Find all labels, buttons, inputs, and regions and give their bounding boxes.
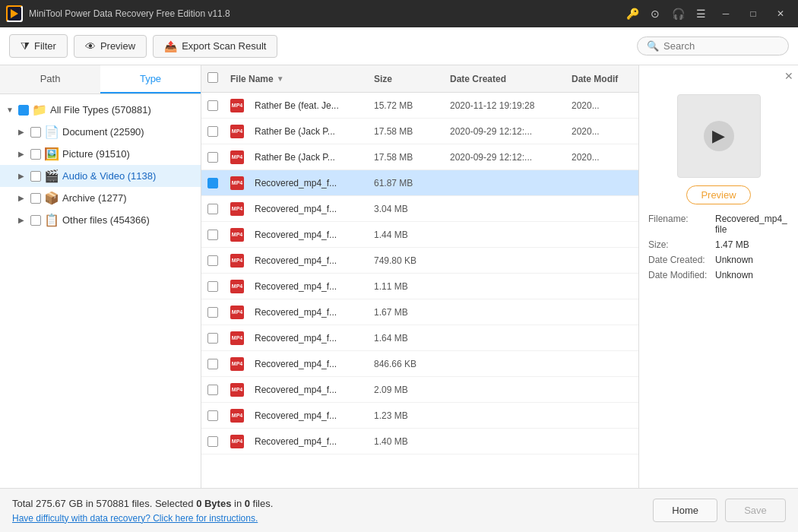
- expand-arrow-all: ▼: [6, 106, 15, 114]
- row-checkbox[interactable]: [207, 178, 218, 188]
- checkbox-all[interactable]: [18, 105, 29, 116]
- circle-icon[interactable]: ⊙: [646, 5, 664, 23]
- mp4-icon: MP4: [230, 357, 244, 371]
- file-name: Recovered_mp4_f...: [255, 281, 337, 292]
- table-row[interactable]: MP4 Rather Be (Jack P... 17.58 MB 2020-0…: [201, 119, 638, 144]
- headphone-icon[interactable]: 🎧: [669, 5, 687, 23]
- mp4-icon: MP4: [230, 306, 244, 319]
- date-modified-value: Unknown: [715, 270, 753, 280]
- file-name: Recovered_mp4_f...: [255, 230, 337, 240]
- row-checkbox[interactable]: [207, 100, 218, 111]
- select-all-checkbox[interactable]: [207, 72, 218, 83]
- main-content: Path Type ▼ 📁 All File Types (570881) ▶ …: [0, 65, 798, 488]
- table-row[interactable]: MP4 Recovered_mp4_f... 2.09 MB: [201, 377, 638, 403]
- file-name: Recovered_mp4_f...: [255, 410, 337, 421]
- table-row[interactable]: MP4 Rather Be (feat. Je... 15.72 MB 2020…: [201, 93, 638, 119]
- mp4-icon: MP4: [230, 383, 244, 397]
- home-button[interactable]: Home: [653, 499, 717, 522]
- table-row[interactable]: MP4 Recovered_mp4_f... 61.87 MB: [201, 170, 638, 196]
- file-size: 1.23 MB: [374, 410, 450, 421]
- close-btn[interactable]: ✕: [769, 5, 792, 23]
- tabs-header: Path Type: [0, 65, 201, 94]
- file-list-header: File Name ▼ Size Date Created Date Modif: [201, 65, 638, 93]
- row-checkbox[interactable]: [207, 307, 218, 318]
- play-icon-wrap: ▶: [704, 121, 734, 151]
- tree-item-other[interactable]: ▶ 📋 Other files (454366): [0, 209, 201, 231]
- table-row[interactable]: MP4 Recovered_mp4_f... 1.67 MB: [201, 299, 638, 325]
- row-checkbox[interactable]: [207, 281, 218, 292]
- file-name: Recovered_mp4_f...: [255, 359, 337, 369]
- file-size: 1.64 MB: [374, 333, 450, 344]
- checkbox-audio-video[interactable]: [30, 171, 41, 182]
- row-checkbox[interactable]: [207, 333, 218, 344]
- checkbox-document[interactable]: [30, 127, 41, 138]
- mp4-icon: MP4: [230, 228, 244, 242]
- mp4-icon: MP4: [230, 331, 244, 345]
- filter-label: Filter: [34, 40, 56, 52]
- row-checkbox[interactable]: [207, 359, 218, 369]
- maximize-btn[interactable]: □: [742, 5, 765, 23]
- expand-arrow-picture: ▶: [18, 150, 27, 158]
- table-row[interactable]: MP4 Recovered_mp4_f... 1.44 MB: [201, 222, 638, 248]
- menu-icon[interactable]: ☰: [692, 5, 710, 23]
- tab-path[interactable]: Path: [0, 65, 100, 93]
- selected-in: in: [234, 498, 245, 509]
- key-icon[interactable]: 🔑: [623, 5, 641, 23]
- row-checkbox[interactable]: [207, 152, 218, 163]
- filter-button[interactable]: ⧩ Filter: [9, 34, 68, 58]
- picture-icon: 🖼️: [44, 147, 59, 161]
- sort-icon-name[interactable]: ▼: [277, 74, 284, 83]
- file-size: 749.80 KB: [374, 255, 450, 266]
- table-row[interactable]: MP4 Recovered_mp4_f... 1.11 MB: [201, 274, 638, 299]
- expand-arrow-document: ▶: [18, 128, 27, 136]
- document-icon: 📄: [44, 125, 59, 139]
- row-checkbox[interactable]: [207, 204, 218, 214]
- preview-button[interactable]: 👁 Preview: [74, 35, 147, 58]
- help-link[interactable]: Have difficulty with data recovery? Clic…: [12, 513, 258, 524]
- table-row[interactable]: MP4 Recovered_mp4_f... 846.66 KB: [201, 351, 638, 377]
- export-icon: 📤: [164, 40, 177, 52]
- tree-item-all[interactable]: ▼ 📁 All File Types (570881): [0, 99, 201, 121]
- tree-item-audio-video[interactable]: ▶ 🎬 Audio & Video (1138): [0, 165, 201, 187]
- mp4-icon: MP4: [230, 280, 244, 293]
- file-name: Recovered_mp4_f...: [255, 333, 337, 344]
- selected-text: Selected: [155, 498, 196, 509]
- file-date-modified: 2020...: [572, 126, 632, 137]
- preview-file-button[interactable]: Preview: [686, 185, 750, 204]
- table-row[interactable]: MP4 Recovered_mp4_f... 1.23 MB: [201, 403, 638, 429]
- tree-item-picture[interactable]: ▶ 🖼️ Picture (91510): [0, 143, 201, 165]
- row-checkbox[interactable]: [207, 385, 218, 395]
- checkbox-picture[interactable]: [30, 149, 41, 160]
- row-checkbox[interactable]: [207, 230, 218, 240]
- tab-type[interactable]: Type: [100, 65, 201, 93]
- table-row[interactable]: MP4 Recovered_mp4_f... 1.64 MB: [201, 325, 638, 351]
- col-header-size: Size: [374, 74, 392, 84]
- row-checkbox[interactable]: [207, 255, 218, 266]
- checkbox-other[interactable]: [30, 215, 41, 226]
- all-files-icon: 📁: [32, 103, 47, 117]
- row-checkbox[interactable]: [207, 410, 218, 421]
- tree-item-archive[interactable]: ▶ 📦 Archive (1277): [0, 187, 201, 209]
- file-name: Rather Be (Jack P...: [255, 126, 335, 137]
- titlebar: MiniTool Power Data Recovery Free Editio…: [0, 0, 798, 27]
- app-title: MiniTool Power Data Recovery Free Editio…: [29, 8, 623, 19]
- save-button[interactable]: Save: [725, 499, 786, 522]
- row-checkbox[interactable]: [207, 436, 218, 447]
- row-checkbox[interactable]: [207, 126, 218, 137]
- file-details: Filename: Recovered_mp4_file Size: 1.47 …: [645, 214, 792, 285]
- table-row[interactable]: MP4 Recovered_mp4_f... 1.40 MB: [201, 429, 638, 454]
- table-row[interactable]: MP4 Recovered_mp4_f... 749.80 KB: [201, 248, 638, 274]
- search-box[interactable]: 🔍: [637, 36, 789, 55]
- export-button[interactable]: 📤 Export Scan Result: [153, 35, 277, 58]
- close-preview-icon[interactable]: ✕: [784, 70, 793, 82]
- table-row[interactable]: MP4 Recovered_mp4_f... 3.04 MB: [201, 196, 638, 222]
- table-row[interactable]: MP4 Rather Be (Jack P... 17.58 MB 2020-0…: [201, 144, 638, 170]
- checkbox-archive[interactable]: [30, 193, 41, 204]
- search-input[interactable]: [663, 40, 779, 52]
- minimize-btn[interactable]: ─: [714, 5, 737, 23]
- file-size: 17.58 MB: [374, 152, 450, 163]
- detail-row-date-created: Date Created: Unknown: [648, 255, 789, 265]
- tree-label-all: All File Types (570881): [50, 104, 151, 116]
- detail-row-size: Size: 1.47 MB: [648, 239, 789, 250]
- tree-item-document[interactable]: ▶ 📄 Document (22590): [0, 121, 201, 143]
